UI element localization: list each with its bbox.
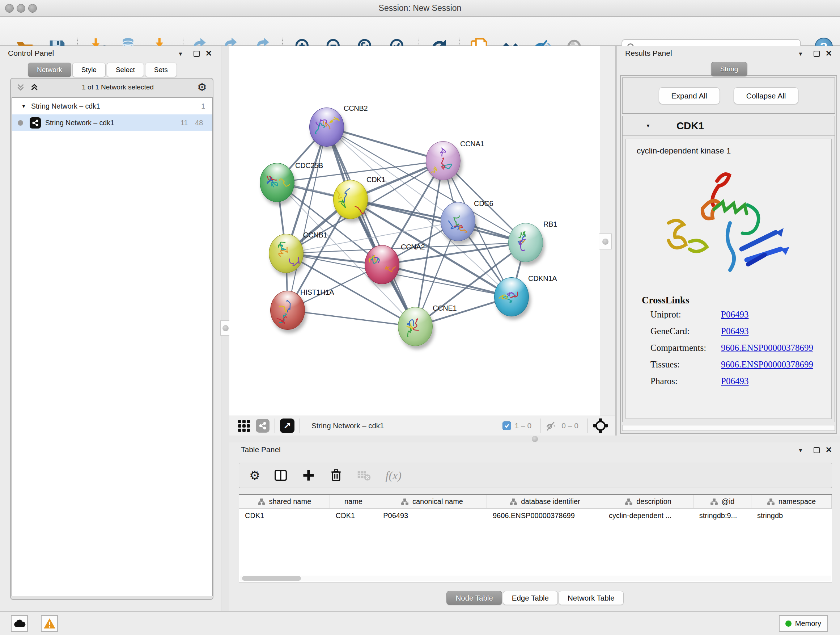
expand-all-button[interactable]: Expand All	[659, 87, 720, 104]
panel-close-button[interactable]: ✕	[823, 48, 834, 59]
column-header-name[interactable]: name	[330, 495, 377, 508]
network-view-footer: ↗ String Network – cdk1 1 – 0 0 – 0	[229, 416, 615, 435]
panel-float-button[interactable]	[811, 445, 822, 455]
table-cell[interactable]: CDK1	[330, 509, 377, 523]
splitter-handle[interactable]	[220, 320, 231, 336]
select-columns-icon[interactable]	[273, 468, 288, 483]
title-bar: Session: New Session	[0, 0, 840, 17]
cytoscape-window: Session: New Session	[0, 0, 840, 635]
detach-view-icon[interactable]: ↗	[280, 418, 294, 433]
share-view-icon[interactable]	[256, 419, 270, 432]
results-scrollbar[interactable]	[622, 425, 835, 431]
tab-string[interactable]: String	[711, 62, 747, 76]
network-node-RB1[interactable]	[508, 223, 543, 262]
selected-count: 1 – 0	[515, 421, 532, 430]
grid-view-icon[interactable]	[238, 420, 250, 432]
table-cell[interactable]: 9606.ENSP00000378699	[487, 509, 603, 523]
close-icon: ✕	[826, 445, 832, 455]
panel-close-button[interactable]: ✕	[203, 48, 214, 59]
node-result-header[interactable]: ▼ CDK1	[622, 116, 835, 136]
network-node-CDKN1A[interactable]	[494, 277, 529, 317]
panel-menu-button[interactable]: ▼	[795, 445, 806, 455]
network-node-CCNB2[interactable]	[309, 108, 344, 147]
warnings-button[interactable]	[41, 615, 58, 632]
selected-checkbox-icon[interactable]	[502, 421, 511, 430]
table-cell[interactable]: stringdb	[752, 509, 832, 523]
network-node-HIST1H1A[interactable]	[270, 291, 305, 330]
table-settings-gear-icon[interactable]: ⚙	[249, 468, 260, 483]
chevron-down-icon: ▼	[178, 51, 183, 57]
crosslink-link[interactable]: 9606.ENSP00000378699	[721, 343, 813, 353]
panel-close-button[interactable]: ✕	[823, 445, 834, 455]
crosslink-link[interactable]: P06493	[721, 310, 748, 320]
node-label-CDC25B: CDC25B	[295, 162, 323, 170]
tab-style[interactable]: Style	[73, 63, 106, 77]
birdseye-crosshair-icon[interactable]	[592, 418, 608, 434]
network-node-CDC25B[interactable]	[260, 163, 294, 202]
current-network-name: String Network – cdk1	[311, 421, 384, 430]
network-node-CCNA1[interactable]	[426, 141, 461, 180]
column-mapping-icon	[625, 498, 633, 505]
gear-icon[interactable]: ⚙	[197, 82, 207, 93]
table-hscrollbar[interactable]	[240, 576, 831, 581]
table-header-row: shared namenamecanonical namedatabase id…	[239, 495, 832, 509]
crosslink-link[interactable]: 9606.ENSP00000378699	[721, 359, 813, 370]
network-node-CDC6[interactable]	[441, 202, 475, 241]
table-row[interactable]: CDK1CDK1P064939606.ENSP00000378699cyclin…	[239, 509, 832, 523]
chevron-down-icon[interactable]: ▼	[21, 103, 26, 109]
network-node-CCNA2[interactable]	[365, 245, 399, 284]
panel-menu-button[interactable]: ▼	[795, 48, 806, 59]
horizontal-splitter[interactable]	[229, 435, 840, 442]
crosslink-link[interactable]: P06493	[721, 326, 748, 336]
column-header-namespace[interactable]: namespace	[752, 495, 832, 508]
table-cell[interactable]: cyclin-dependent ...	[603, 509, 693, 523]
network-edge-CCNB2-CCNE1[interactable]	[327, 127, 415, 326]
tab-network-table[interactable]: Network Table	[559, 591, 624, 605]
table-cell[interactable]: CDK1	[239, 509, 330, 523]
tab-sets[interactable]: Sets	[145, 63, 177, 77]
scrollbar-thumb[interactable]	[242, 576, 301, 581]
table-cell[interactable]: P06493	[377, 509, 487, 523]
network-edge-CCNB2-HIST1H1A[interactable]	[287, 127, 327, 310]
table-cell[interactable]: stringdb:9...	[693, 509, 752, 523]
function-builder-icon: f(x)	[385, 469, 401, 482]
protein-thumbnail-icon	[508, 223, 543, 263]
tab-node-table[interactable]: Node Table	[447, 591, 502, 605]
network-canvas[interactable]: CCNB2CCNA1CDC25BCDK1CDC6RB1CCNB1CCNA2CDK…	[229, 46, 600, 416]
string-results-content: Expand All Collapse All ▼ CDK1 cyclin-de…	[620, 75, 837, 434]
collapse-all-icon[interactable]	[17, 84, 25, 91]
network-row[interactable]: String Network – cdk1 11 48	[12, 114, 212, 131]
column-header--id[interactable]: @id	[693, 495, 752, 508]
chevron-down-icon[interactable]: ▼	[646, 123, 651, 128]
network-list-box: 1 of 1 Network selected ⚙ ▼ String Netwo…	[10, 78, 213, 600]
chevron-down-icon: ▼	[798, 447, 804, 453]
delete-column-trash-icon[interactable]	[329, 468, 343, 483]
memory-button[interactable]: Memory	[779, 615, 828, 632]
network-node-CDK1[interactable]	[333, 180, 368, 219]
crosslink-link[interactable]: P06493	[721, 376, 748, 386]
network-edge-CDK1-RB1[interactable]	[351, 200, 526, 242]
column-header-description[interactable]: description	[603, 495, 693, 508]
collapse-all-button[interactable]: Collapse All	[734, 87, 799, 104]
protein-thumbnail-icon	[494, 278, 529, 317]
network-collection-row[interactable]: ▼ String Network – cdk1 1	[12, 98, 212, 114]
panel-float-button[interactable]	[811, 48, 822, 59]
panel-menu-button[interactable]: ▼	[175, 48, 186, 59]
column-header-shared-name[interactable]: shared name	[239, 495, 330, 508]
tab-network[interactable]: Network	[28, 63, 71, 77]
panel-float-button[interactable]	[191, 48, 202, 59]
network-edge-HIST1H1A-CCNE1[interactable]	[287, 310, 415, 326]
expand-all-icon[interactable]	[30, 84, 38, 91]
tab-select[interactable]: Select	[107, 63, 144, 77]
tab-edge-table[interactable]: Edge Table	[503, 591, 558, 605]
splitter-handle[interactable]	[532, 436, 538, 442]
network-node-CCNE1[interactable]	[398, 307, 433, 346]
add-column-icon[interactable]	[302, 468, 316, 483]
network-node-CCNB1[interactable]	[269, 234, 303, 273]
left-splitter[interactable]	[222, 46, 229, 611]
column-header-database-identifier[interactable]: database identifier	[487, 495, 603, 508]
node-label-CCNB2: CCNB2	[344, 104, 368, 112]
cloud-button[interactable]	[11, 615, 28, 632]
splitter-handle[interactable]	[599, 233, 612, 249]
column-header-canonical-name[interactable]: canonical name	[377, 495, 487, 508]
